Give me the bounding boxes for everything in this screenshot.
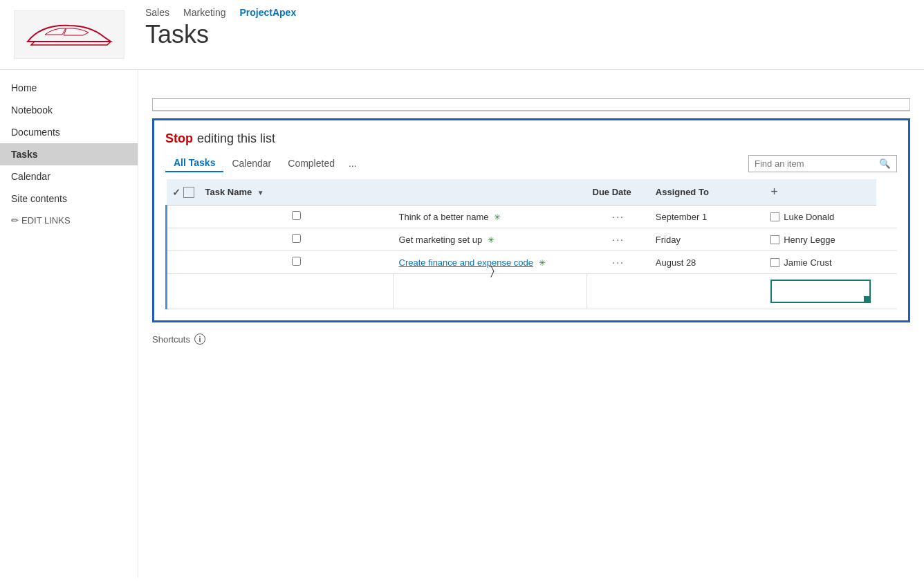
stop-editing-button[interactable]: Stop editing this list xyxy=(165,131,275,146)
row2-task-name-cell: Get marketing set up ✳ xyxy=(394,228,587,251)
row1-sparkle-icon: ✳ xyxy=(494,212,501,222)
sidebar-item-notebook[interactable]: Notebook xyxy=(0,99,138,121)
tab-completed[interactable]: Completed xyxy=(279,155,343,172)
row1-checkbox-cell[interactable] xyxy=(200,206,394,228)
row3-assigned-cell: Jamie Crust xyxy=(765,251,876,274)
row1-due-date-cell: September 1 xyxy=(650,206,765,228)
row3-checkbox[interactable] xyxy=(292,257,301,266)
row1-task-name: Think of a better name xyxy=(399,212,489,222)
task-table: ✓ Task Name ▼ Due Date Assigned To + xyxy=(165,179,897,309)
shortcuts-label: Shortcuts xyxy=(152,334,190,345)
pencil-icon: ✏ xyxy=(11,215,19,226)
row1-assigned-checkbox[interactable] xyxy=(770,212,779,221)
logo-area xyxy=(0,7,138,62)
tab-more[interactable]: ... xyxy=(343,155,362,172)
sidebar-item-site-contents[interactable]: Site contents xyxy=(0,188,138,210)
row2-due-date-cell: Friday xyxy=(650,228,765,251)
add-column-button[interactable]: + xyxy=(770,185,778,199)
tab-calendar[interactable]: Calendar xyxy=(223,155,279,172)
header-right: Sales Marketing ProjectApex Tasks xyxy=(138,7,296,48)
row2-assigned-name: Henry Legge xyxy=(784,235,835,245)
nav-links: Sales Marketing ProjectApex xyxy=(145,7,296,18)
col-actions-header xyxy=(394,179,587,206)
site-logo xyxy=(14,10,124,59)
new-row-extra xyxy=(876,274,897,309)
row2-assigned-checkbox[interactable] xyxy=(770,235,779,244)
col-due-date-header: Due Date xyxy=(587,179,650,206)
resize-handle[interactable] xyxy=(864,296,869,302)
row3-task-link[interactable]: Create finance and expense code xyxy=(399,257,533,268)
sidebar-item-tasks[interactable]: Tasks xyxy=(0,143,138,165)
search-input[interactable] xyxy=(749,156,874,172)
row3-task-name-cell: Create finance and expense code ✳ 〉 xyxy=(394,251,587,274)
new-row-checkbox-cell xyxy=(200,274,394,309)
row2-sparkle-icon: ✳ xyxy=(488,235,495,245)
new-row-left-border xyxy=(167,274,200,309)
stop-word: Stop xyxy=(165,131,193,146)
sidebar-item-documents[interactable]: Documents xyxy=(0,121,138,143)
tab-all-tasks[interactable]: All Tasks xyxy=(165,154,223,172)
sort-icon[interactable]: ▼ xyxy=(257,189,264,197)
table-row: Get marketing set up ✳ ··· Friday Henry … xyxy=(167,228,898,251)
timeline-bar: 12 AM 6 AM 12 PM 6 PM xyxy=(152,77,910,111)
row3-left-border xyxy=(167,251,200,274)
row3-checkbox-cell[interactable] xyxy=(200,251,394,274)
nav-sales[interactable]: Sales xyxy=(145,7,169,18)
row2-checkbox-cell[interactable] xyxy=(200,228,394,251)
page-title: Tasks xyxy=(145,21,296,48)
row1-actions-button[interactable]: ··· xyxy=(612,211,625,222)
row3-sparkle-icon: ✳ xyxy=(539,258,546,268)
row3-due-date-cell: August 28 xyxy=(650,251,765,274)
row3-assigned-checkbox[interactable] xyxy=(770,258,779,267)
col-add-header: + xyxy=(765,179,876,206)
svg-rect-0 xyxy=(14,10,124,59)
table-row: Create finance and expense code ✳ 〉 ··· … xyxy=(167,251,898,274)
nav-projectapex[interactable]: ProjectApex xyxy=(240,7,297,18)
edit-links-label: EDIT LINKS xyxy=(21,215,71,226)
row1-extra xyxy=(876,206,897,228)
top-header: Sales Marketing ProjectApex Tasks xyxy=(0,0,924,70)
col-assigned-header: Assigned To xyxy=(650,179,765,206)
new-row-due-date-cell xyxy=(650,274,765,309)
row1-assigned-cell: Luke Donald xyxy=(765,206,876,228)
row3-extra xyxy=(876,251,897,274)
sidebar-item-home[interactable]: Home xyxy=(0,77,138,99)
info-icon[interactable]: i xyxy=(194,334,205,345)
main-layout: Home Notebook Documents Tasks Calendar S… xyxy=(0,70,924,578)
table-row: Think of a better name ✳ ··· September 1… xyxy=(167,206,898,228)
content-area: 12 AM 6 AM 12 PM 6 PM Stop editing this … xyxy=(138,70,924,578)
header-checkbox-icon[interactable] xyxy=(183,187,194,198)
edit-links[interactable]: ✏ EDIT LINKS xyxy=(0,210,138,231)
table-row-new xyxy=(167,274,898,309)
row2-assigned-cell: Henry Legge xyxy=(765,228,876,251)
row2-checkbox[interactable] xyxy=(292,234,301,243)
search-box: 🔍 xyxy=(748,155,897,172)
search-icon: 🔍 xyxy=(879,158,891,169)
nav-marketing[interactable]: Marketing xyxy=(183,7,225,18)
sidebar-item-calendar[interactable]: Calendar xyxy=(0,165,138,188)
col-check-all: ✓ xyxy=(167,179,200,206)
new-row-task-name-cell[interactable] xyxy=(394,274,587,309)
timeline-range-bar[interactable] xyxy=(152,98,910,111)
row2-actions-button[interactable]: ··· xyxy=(612,234,625,245)
new-row-actions-cell xyxy=(587,274,650,309)
sidebar: Home Notebook Documents Tasks Calendar S… xyxy=(0,70,138,578)
row1-actions-cell: ··· xyxy=(587,206,650,228)
table-header-row: ✓ Task Name ▼ Due Date Assigned To + xyxy=(167,179,898,206)
search-button[interactable]: 🔍 xyxy=(874,156,896,172)
row1-assigned-name: Luke Donald xyxy=(784,212,834,222)
select-all-checkmark-icon: ✓ xyxy=(172,187,181,198)
row1-checkbox[interactable] xyxy=(292,211,301,220)
task-name-label: Task Name xyxy=(205,187,252,197)
row1-left-border xyxy=(167,206,200,228)
new-row-assigned-cell[interactable] xyxy=(770,280,871,303)
row3-actions-button[interactable]: ··· xyxy=(612,257,625,268)
row2-left-border xyxy=(167,228,200,251)
shortcuts-row: Shortcuts i xyxy=(152,334,910,345)
stop-editing-row: Stop editing this list xyxy=(165,131,897,146)
row1-task-name-cell: Think of a better name ✳ xyxy=(394,206,587,228)
row3-actions-cell: ··· xyxy=(587,251,650,274)
row2-extra xyxy=(876,228,897,251)
row3-assigned-name: Jamie Crust xyxy=(784,257,831,268)
editing-text: editing this list xyxy=(197,131,275,146)
